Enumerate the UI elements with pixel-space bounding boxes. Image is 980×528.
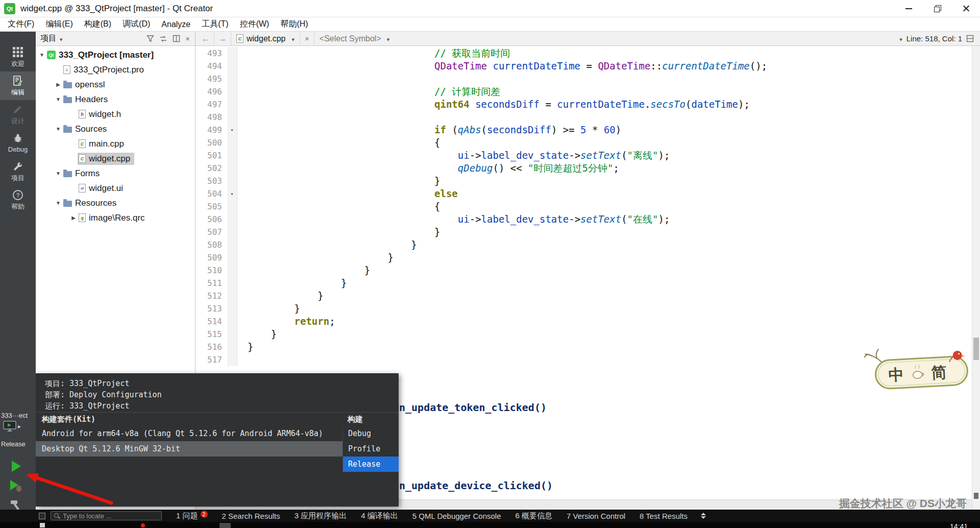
filter-icon[interactable]: [146, 35, 154, 42]
fold-marker-icon[interactable]: ▾: [227, 124, 237, 136]
code-line-508[interactable]: 508 }: [195, 238, 980, 251]
output-pane-6[interactable]: 6 概要信息: [516, 511, 553, 521]
mode-projects[interactable]: 项目: [0, 157, 36, 186]
tree-item-openssl[interactable]: ▶openssl: [36, 77, 195, 92]
output-pane-2[interactable]: 2 Search Results: [222, 512, 280, 520]
code-line-499[interactable]: 499▾ if (qAbs(secondsDiff) >= 5 * 60): [195, 124, 980, 136]
tree-item-sources[interactable]: ▼Sources: [36, 122, 195, 136]
symbol-dropdown[interactable]: <Select Symbol> ▾: [314, 34, 395, 43]
menu-item-3-d[interactable]: 调试(D): [117, 17, 156, 31]
code-line-494[interactable]: 494 QDateTime currentDateTime = QDateTim…: [195, 60, 980, 73]
code-line-517[interactable]: 517: [195, 353, 980, 366]
close-panel-icon[interactable]: ×: [185, 34, 190, 43]
target-selector-button[interactable]: ▸: [3, 421, 21, 432]
mode-welcome[interactable]: 欢迎: [0, 43, 36, 71]
menu-item-7-h[interactable]: 帮助(H): [275, 17, 313, 31]
run-button[interactable]: [7, 458, 24, 475]
close-window-button[interactable]: [951, 0, 980, 17]
code-line-502[interactable]: 502 qDebug() << "时间差超过5分钟";: [195, 162, 980, 175]
menu-item-0-f[interactable]: 文件(F): [2, 17, 40, 31]
fold-marker-icon[interactable]: ▾: [227, 187, 237, 200]
output-pane-4[interactable]: 4 编译输出: [361, 511, 398, 521]
code-line-495[interactable]: 495: [195, 73, 980, 85]
build-option-release[interactable]: Release: [343, 457, 399, 472]
kit-option-desktop-qt-5-12-6-mingw-32-bit[interactable]: Desktop Qt 5.12.6 MinGW 32-bit: [36, 441, 342, 457]
expanded-expander-icon[interactable]: ▼: [54, 171, 62, 176]
minimize-button[interactable]: [894, 0, 923, 17]
tree-item-widget-ui[interactable]: uiwidget.ui: [36, 181, 195, 196]
output-pane-5[interactable]: 5 QML Debugger Console: [412, 512, 501, 520]
menu-item-5-t[interactable]: 工具(T): [196, 17, 234, 31]
tree-item-forms[interactable]: ▼Forms: [36, 166, 195, 181]
kit-option-android-for-arm64-v8a-clang-qt-5-12-6-for-android-arm64-v8a[interactable]: Android for arm64-v8a (Clang Qt 5.12.6 f…: [36, 426, 342, 441]
sync-icon[interactable]: [159, 35, 167, 42]
open-file-dropdown[interactable]: C widget.cpp ▾: [231, 32, 300, 45]
code-line-493[interactable]: 493 // 获取当前时间: [195, 47, 980, 60]
collapsed-expander-icon[interactable]: ▶: [69, 215, 78, 221]
code-line-501[interactable]: 501 ui->label_dev_state->setText("离线");: [195, 149, 980, 162]
code-line-512[interactable]: 512 }: [195, 290, 980, 302]
back-icon[interactable]: ←: [198, 32, 214, 45]
tree-item-headers[interactable]: ▼Headers: [36, 92, 195, 107]
mode-edit[interactable]: 编辑: [0, 71, 36, 100]
forward-icon[interactable]: →: [214, 32, 231, 45]
tree-item-resources[interactable]: ▼Resources: [36, 196, 195, 210]
tree-item-widget-h[interactable]: hwidget.h: [36, 107, 195, 122]
code-line-511[interactable]: 511 }: [195, 277, 980, 290]
target-project-label[interactable]: 333···ect: [0, 412, 36, 419]
split-panel-icon[interactable]: [173, 35, 180, 42]
code-line-498[interactable]: 498: [195, 111, 980, 124]
code-line-507[interactable]: 507 }: [195, 226, 980, 238]
build-option-debug[interactable]: Debug: [343, 426, 399, 441]
expanded-expander-icon[interactable]: ▼: [54, 97, 62, 102]
build-option-profile[interactable]: Profile: [343, 441, 399, 457]
output-pane-toggle-icon[interactable]: [701, 513, 706, 519]
mode-help[interactable]: ?帮助: [0, 186, 36, 214]
code-line-515[interactable]: 515 }: [195, 328, 980, 341]
restore-button[interactable]: [923, 0, 951, 17]
code-line-505[interactable]: 505 {: [195, 200, 980, 213]
code-line-516[interactable]: 516}: [195, 341, 980, 353]
expanded-expander-icon[interactable]: ▼: [54, 126, 62, 132]
locator-input[interactable]: Type to locate ...: [51, 511, 162, 520]
output-pane-7[interactable]: 7 Version Control: [567, 512, 625, 520]
close-file-button[interactable]: ×: [300, 32, 314, 45]
build-button[interactable]: [7, 496, 24, 510]
output-pane-3[interactable]: 3 应用程序输出: [295, 511, 347, 521]
code-line-510[interactable]: 510 }: [195, 264, 980, 277]
editor-scrollbar[interactable]: [972, 46, 980, 510]
code-line-514[interactable]: 514 return;: [195, 315, 980, 328]
scrollbar-thumb[interactable]: [973, 338, 979, 360]
expanded-expander-icon[interactable]: ▼: [38, 52, 46, 58]
tree-item-widget-cpp[interactable]: Cwidget.cpp: [36, 151, 195, 166]
collapsed-expander-icon[interactable]: ▶: [54, 82, 62, 87]
mode-debug[interactable]: Debug: [0, 129, 36, 157]
tree-item-333-qtproject-pro[interactable]: ≡333_QtProject.pro: [36, 62, 195, 77]
code-line-509[interactable]: 509 }: [195, 251, 980, 264]
code-line-496[interactable]: 496 // 计算时间差: [195, 85, 980, 98]
sidebar-toggle-icon[interactable]: [39, 513, 45, 519]
debug-run-button[interactable]: [7, 477, 24, 494]
menu-item-2-b[interactable]: 构建(B): [79, 17, 117, 31]
target-config-label[interactable]: Release: [1, 440, 26, 448]
partial-function-text: n_update_token_clicked(): [399, 401, 547, 414]
code-line-503[interactable]: 503 }: [195, 175, 980, 187]
tree-item-main-cpp[interactable]: Cmain.cpp: [36, 136, 195, 151]
code-line-504[interactable]: 504▾ else: [195, 187, 980, 200]
panel-title[interactable]: 项目: [40, 33, 57, 44]
code-line-500[interactable]: 500 {: [195, 136, 980, 149]
menu-item-1-e[interactable]: 编辑(E): [40, 17, 78, 31]
tree-item-image-res-qrc[interactable]: ▶qimage\Res.qrc: [36, 210, 195, 225]
chevron-down-icon[interactable]: ▾: [60, 36, 63, 43]
code-line-506[interactable]: 506 ui->label_dev_state->setText("在线");: [195, 213, 980, 226]
menu-item-4-analyze[interactable]: Analyze: [156, 17, 196, 31]
split-editor-icon[interactable]: [966, 35, 974, 42]
tree-item-333-qtproject-master[interactable]: ▼Qt333_QtProject [master]: [36, 47, 195, 62]
chevron-down-icon[interactable]: ▾: [899, 36, 902, 43]
expanded-expander-icon[interactable]: ▼: [54, 200, 62, 206]
code-line-513[interactable]: 513 }: [195, 302, 980, 315]
output-pane-1[interactable]: 1 问题2: [176, 511, 208, 521]
output-pane-8[interactable]: 8 Test Results: [640, 512, 688, 520]
code-line-497[interactable]: 497 qint64 secondsDiff = currentDateTime…: [195, 98, 980, 111]
menu-item-6-w[interactable]: 控件(W): [234, 17, 275, 31]
